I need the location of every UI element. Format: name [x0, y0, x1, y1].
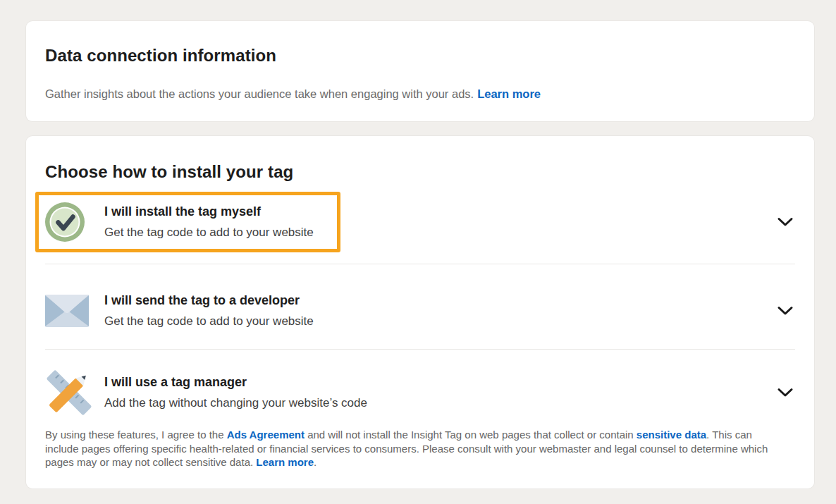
option-send-tag-developer[interactable]: I will send the tag to a developer Get t…: [45, 264, 795, 350]
data-connection-description: Gather insights about the actions your a…: [45, 87, 795, 101]
chevron-down-icon[interactable]: [777, 217, 794, 227]
data-connection-title: Data connection information: [26, 21, 814, 66]
chevron-down-icon[interactable]: [777, 306, 794, 316]
legal-part1: By using these features, I agree to the: [45, 429, 227, 441]
learn-more-link[interactable]: Learn more: [477, 87, 541, 100]
data-connection-card: Data connection information Gather insig…: [26, 21, 814, 121]
option-title: I will send the tag to a developer: [104, 293, 314, 309]
option-subtitle: Get the tag code to add to your website: [104, 314, 314, 329]
legal-learn-more-link[interactable]: Learn more: [256, 456, 314, 468]
option-text: I will install the tag myself Get the ta…: [104, 204, 314, 240]
option-subtitle: Add the tag without changing your websit…: [104, 395, 367, 411]
option-text: I will use a tag manager Add the tag wit…: [104, 374, 367, 411]
legal-text: By using these features, I agree to the …: [45, 428, 787, 469]
sensitive-data-link[interactable]: sensitive data: [637, 429, 706, 441]
legal-part2: and will not install the Insight Tag on …: [305, 429, 637, 441]
option-subtitle: Get the tag code to add to your website: [104, 225, 314, 240]
option-text: I will send the tag to a developer Get t…: [104, 293, 314, 329]
data-connection-description-text: Gather insights about the actions your a…: [45, 87, 474, 100]
ads-agreement-link[interactable]: Ads Agreement: [227, 429, 305, 441]
option-title: I will install the tag myself: [104, 204, 314, 220]
option-install-tag-myself[interactable]: I will install the tag myself Get the ta…: [45, 202, 795, 264]
legal-part4: .: [314, 456, 316, 468]
chevron-down-icon[interactable]: [777, 388, 794, 398]
envelope-icon: [45, 295, 104, 327]
option-list: I will install the tag myself Get the ta…: [26, 202, 814, 417]
tag-install-card: Choose how to install your tag I will in…: [26, 136, 814, 488]
check-circle-icon: [45, 202, 104, 242]
option-use-tag-manager[interactable]: I will use a tag manager Add the tag wit…: [45, 350, 795, 417]
tag-install-title: Choose how to install your tag: [26, 136, 814, 182]
ruler-pencil-icon: [45, 369, 104, 417]
option-title: I will use a tag manager: [104, 374, 367, 391]
page: { "colors": { "page_background": "#f1efe…: [0, 0, 836, 504]
